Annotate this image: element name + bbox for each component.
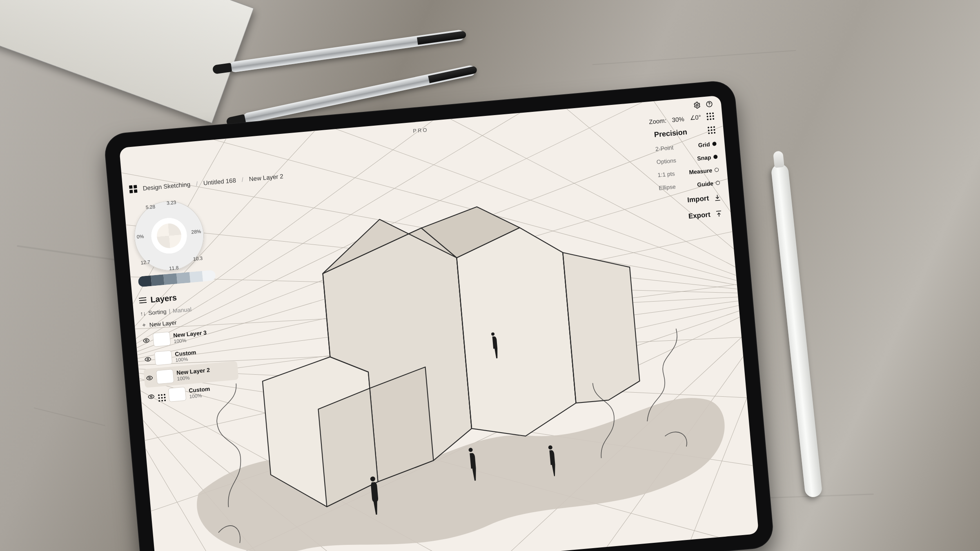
svg-marker-38 [563,247,641,403]
swatch[interactable] [138,276,151,287]
toggle-on-icon [712,142,717,146]
layers-panel: Layers ↑↓ Sorting | Manual ＋ New Layer N… [137,286,240,407]
menu-icon[interactable] [139,295,147,305]
physical-ruler [0,0,254,123]
zoom-value[interactable]: 30% [672,115,684,123]
layer-thumb [153,331,171,347]
layer-opacity: 100% [189,392,211,399]
wheel-seg[interactable]: 3.23 [166,200,176,206]
export-icon [715,210,723,218]
crumb-sep: / [196,180,198,187]
visibility-icon[interactable] [144,355,152,363]
apps-icon[interactable] [129,185,138,193]
wheel-seg[interactable]: 11.8 [169,265,178,271]
swatch[interactable] [176,272,190,284]
help-icon[interactable] [705,100,713,109]
apple-pencil [771,163,822,498]
view-grid-icon[interactable] [706,112,715,120]
grid-thumb-icon[interactable] [158,390,166,402]
crumb-sep: / [241,176,244,183]
svg-marker-36 [454,224,578,441]
plus-icon: ＋ [141,321,147,329]
svg-line-52 [139,300,147,301]
svg-point-54 [145,340,147,341]
layers-title: Layers [150,293,177,305]
visibility-icon[interactable] [146,374,154,382]
rotation-value[interactable]: ∠0° [690,113,702,122]
toggle-off-icon [715,168,719,172]
swatch[interactable] [151,274,165,286]
wheel-center[interactable] [156,222,183,249]
import-icon [713,193,722,202]
swatch[interactable] [189,271,203,283]
layer-thumb [168,387,187,402]
wheel-seg[interactable]: 12.7 [140,259,150,266]
toggle-off-icon [715,181,720,185]
svg-point-48 [696,104,698,106]
layer-thumb [154,350,173,366]
wheel-seg[interactable]: 0% [136,233,144,240]
svg-line-51 [139,298,146,298]
svg-point-56 [149,377,150,378]
wheel-seg[interactable]: 10.3 [193,256,203,262]
precision-panel: Precision 2-Point Grid Options Snap 1:1 … [654,125,723,227]
svg-point-57 [150,395,152,397]
physical-pen [229,29,465,73]
svg-point-55 [147,358,149,360]
layer-opacity: 100% [175,355,197,363]
swatch[interactable] [164,273,178,285]
wheel-seg[interactable]: 28% [191,229,201,235]
wheel-seg[interactable]: 5.28 [145,204,155,210]
toggle-on-icon [713,155,718,159]
app-screen[interactable]: PRO Zoom: 30% ∠0° Precision 2-Point Grid [119,96,759,551]
sort-icon: ↑↓ [140,310,146,317]
gear-icon[interactable] [693,101,701,111]
drag-handle-icon[interactable] [708,126,716,134]
tablet-device: PRO Zoom: 30% ∠0° Precision 2-Point Grid [103,80,775,551]
zoom-label: Zoom: [649,117,667,125]
svg-line-53 [139,302,147,303]
visibility-icon[interactable] [147,393,155,401]
layer-thumb [156,369,174,384]
svg-point-50 [709,105,710,106]
visibility-icon[interactable] [143,337,150,344]
